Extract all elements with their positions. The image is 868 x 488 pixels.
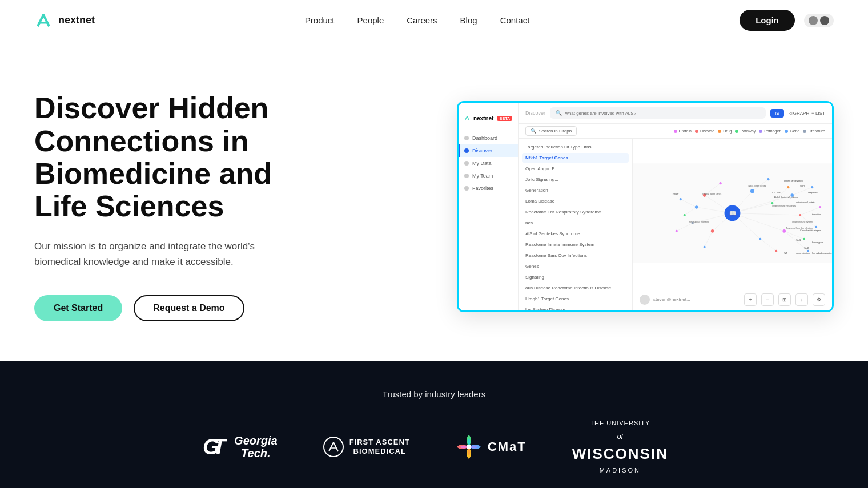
search-icon: 🔍 [556, 110, 562, 116]
node-label-hmgb1: Hmgb1 Target Genes [702, 193, 721, 195]
hero-buttons: Get Started Request a Demo [34, 295, 331, 321]
node-label-cyc116: CYC-116 [772, 192, 780, 194]
node-8 [711, 229, 714, 233]
result-item-14[interactable]: ous Disease Reactome Infectious Disease [522, 283, 629, 293]
list-view-label[interactable]: ≡ LIST [811, 111, 825, 116]
search-submit-button[interactable]: IS [770, 109, 784, 118]
search-bar[interactable]: 🔍 what genes are involved with ALS? [550, 107, 766, 119]
gt-text-line2: Tech. [234, 447, 278, 459]
result-item-10[interactable]: Reactome Innate Immune System [522, 240, 629, 249]
label-radical: free radical destruction [812, 252, 832, 255]
hero-subtitle: Our mission is to organize and integrate… [34, 239, 274, 269]
result-item-5[interactable]: Generation [522, 185, 629, 195]
app-topbar: Discover 🔍 what genes are involved with … [519, 103, 832, 124]
result-item-3[interactable]: Open Angio. F... [522, 164, 629, 174]
get-started-button[interactable]: Get Started [34, 295, 122, 321]
download-button[interactable]: ↓ [795, 293, 808, 306]
label-protein-carbonylation: protein carbonylation [784, 180, 802, 182]
app-sidebar: nextnet BETA Dashboard Discover My Data [459, 103, 519, 310]
result-item-11[interactable]: Reactome Sars Cov Infections [522, 251, 629, 260]
result-item-15[interactable]: Hmgb1 Target Genes [522, 294, 629, 304]
result-item-16[interactable]: lus System Disease [522, 305, 629, 310]
sidebar-item-dashboard[interactable]: Dashboard [459, 132, 518, 144]
request-demo-button[interactable]: Request a Demo [134, 295, 244, 321]
sidebar-item-favorites[interactable]: Favorites [459, 182, 518, 195]
nav-product[interactable]: Product [305, 15, 335, 25]
legend-literature: Literature [803, 129, 825, 133]
result-item-4[interactable]: Jolic Signaling... [522, 175, 629, 184]
fa-text-line2: BIOMEDICAL [349, 447, 410, 456]
logos-row: G T Georgia Tech. FIRST ASCENT BIOMEDICA… [34, 420, 834, 474]
legend-gene: Gene [785, 129, 799, 133]
logo-text: nextnet [58, 14, 95, 26]
user-email: steven@nextnet... [653, 297, 690, 302]
result-item-7[interactable]: Reactome Fdr Respiratory Syndrome [522, 207, 629, 217]
app-screenshot: nextnet BETA Dashboard Discover My Data [457, 101, 834, 312]
legend-dot-pathway [735, 130, 738, 133]
node-14 [811, 186, 813, 188]
nav-contact[interactable]: Contact [500, 15, 530, 25]
label-tamoxifen: tamoxifen [812, 213, 821, 216]
nextnet-logo-icon [34, 11, 53, 30]
fa-text: FIRST ASCENT BIOMEDICAL [349, 438, 410, 455]
node-label-gauchers: AbSiol Gauteres Syndrome [774, 196, 798, 199]
legend-disease: Disease [695, 129, 714, 133]
result-item-9[interactable]: AlSiol Gautekes Syndrome [522, 229, 629, 239]
node-10 [695, 205, 698, 209]
trusted-label: Trusted by industry leaders [34, 389, 834, 399]
label-mito: mitochondrial protein [796, 201, 814, 204]
nav-people[interactable]: People [357, 15, 384, 25]
nav-blog[interactable]: Blog [460, 15, 477, 25]
logo-cmat: CMaT [456, 434, 527, 460]
result-item-8[interactable]: nes [522, 218, 629, 228]
discover-label: Discover [525, 110, 545, 116]
graph-svg: 📖 [633, 139, 832, 288]
node-12 [767, 178, 769, 180]
gt-icon: G T [200, 433, 228, 461]
reframe-button[interactable]: ⊞ [778, 293, 791, 306]
settings-button[interactable]: ⚙ [813, 293, 825, 306]
label-sod1: Sod1 [796, 239, 801, 241]
wisc-text-madison: MADISON [600, 467, 641, 474]
sidebar-label-myteam: My Team [472, 173, 493, 179]
zoom-in-button[interactable]: + [744, 293, 757, 306]
zoom-out-button[interactable]: − [761, 293, 774, 306]
result-item-1[interactable]: Targeted Induction Of Type I Ifns [522, 142, 629, 152]
result-item-2[interactable]: Nfkb1 Target Genes [522, 153, 629, 163]
sidebar-dot-discover [464, 148, 469, 153]
result-item-13[interactable]: Signaling [522, 272, 629, 282]
graph-view-label[interactable]: ◁ GRAPH [789, 111, 810, 116]
node-11 [719, 182, 721, 184]
theme-toggle[interactable] [804, 14, 834, 27]
node-16 [815, 226, 817, 228]
legend-drug: Drug [718, 129, 732, 133]
legend-dot-literature [803, 130, 806, 133]
sidebar-item-discover[interactable]: Discover [459, 144, 518, 157]
wisc-text-of: of [617, 432, 623, 441]
node-23 [684, 214, 686, 216]
node-2 [750, 189, 754, 193]
result-item-12[interactable]: Genes [522, 261, 629, 271]
search-query: what genes are involved with ALS? [565, 111, 636, 116]
filter-search-graph[interactable]: 🔍 Search in Graph [525, 126, 577, 136]
sidebar-dot-favorites [464, 186, 469, 191]
hero-content: Discover Hidden Connections in Biomedici… [34, 92, 331, 321]
sidebar-label-dashboard: Dashboard [472, 135, 497, 141]
nav-links: Product People Careers Blog Contact [305, 15, 530, 26]
svg-text:T: T [212, 435, 227, 459]
legend-dot-drug [718, 130, 721, 133]
sidebar-item-mydata[interactable]: My Data [459, 157, 518, 170]
label-gsh: GSH [800, 185, 805, 187]
nav-careers[interactable]: Careers [407, 15, 437, 25]
gt-text-line1: Georgia [234, 434, 278, 447]
dark-mode-dot [820, 16, 829, 25]
sidebar-item-myteam[interactable]: My Team [459, 170, 518, 182]
hero-section: Discover Hidden Connections in Biomedici… [0, 41, 868, 361]
login-button[interactable]: Login [740, 10, 795, 31]
legend-protein: Protein [674, 129, 692, 133]
sidebar-label-favorites: Favorites [472, 185, 493, 191]
light-mode-dot [809, 16, 818, 25]
sidebar-dot-mydata [464, 161, 469, 166]
logo[interactable]: nextnet [34, 11, 95, 30]
result-item-6[interactable]: Loma Disease [522, 196, 629, 206]
